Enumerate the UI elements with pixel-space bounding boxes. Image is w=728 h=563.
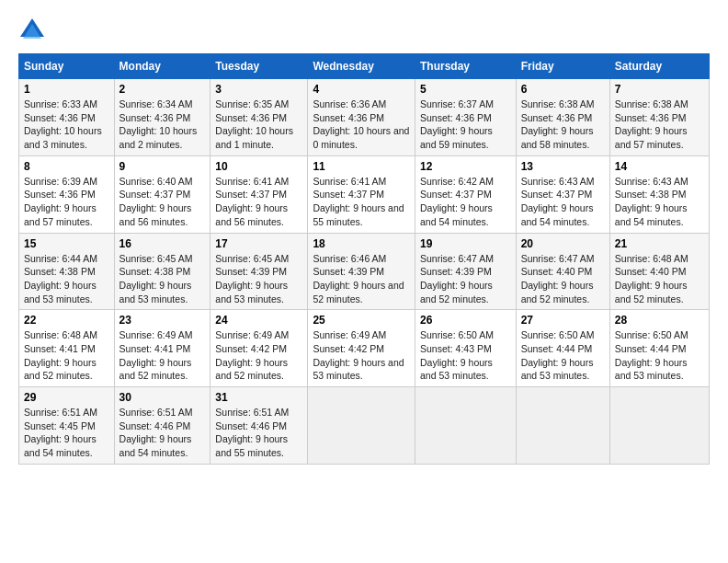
calendar-cell: 9 Sunrise: 6:40 AMSunset: 4:37 PMDayligh… — [114, 155, 210, 233]
day-info: Sunrise: 6:38 AMSunset: 4:36 PMDaylight:… — [615, 98, 688, 150]
day-number: 29 — [24, 391, 109, 404]
calendar-cell — [516, 387, 609, 465]
calendar-cell: 3 Sunrise: 6:35 AMSunset: 4:36 PMDayligh… — [210, 79, 308, 156]
day-info: Sunrise: 6:46 AMSunset: 4:39 PMDaylight:… — [313, 253, 404, 304]
day-number: 14 — [615, 160, 704, 173]
calendar-cell: 26 Sunrise: 6:50 AMSunset: 4:43 PMDaylig… — [415, 310, 517, 387]
day-info: Sunrise: 6:44 AMSunset: 4:38 PMDaylight:… — [24, 253, 97, 304]
calendar-cell: 29 Sunrise: 6:51 AMSunset: 4:45 PMDaylig… — [19, 387, 115, 465]
day-number: 9 — [119, 160, 206, 173]
calendar-cell: 5 Sunrise: 6:37 AMSunset: 4:36 PMDayligh… — [415, 79, 517, 156]
calendar-cell: 2 Sunrise: 6:34 AMSunset: 4:36 PMDayligh… — [114, 79, 210, 156]
calendar-cell — [308, 387, 415, 465]
day-info: Sunrise: 6:38 AMSunset: 4:36 PMDaylight:… — [521, 98, 595, 150]
calendar-cell: 11 Sunrise: 6:41 AMSunset: 4:37 PMDaylig… — [308, 155, 415, 233]
calendar-week-row: 15 Sunrise: 6:44 AMSunset: 4:38 PMDaylig… — [19, 233, 710, 310]
day-number: 6 — [521, 83, 605, 96]
day-number: 25 — [313, 314, 410, 327]
day-info: Sunrise: 6:51 AMSunset: 4:46 PMDaylight:… — [119, 407, 193, 458]
calendar-cell: 19 Sunrise: 6:47 AMSunset: 4:39 PMDaylig… — [415, 233, 517, 310]
day-number: 10 — [215, 160, 302, 173]
weekday-header: Saturday — [609, 54, 709, 79]
calendar-body: 1 Sunrise: 6:33 AMSunset: 4:36 PMDayligh… — [19, 79, 710, 465]
calendar-cell: 6 Sunrise: 6:38 AMSunset: 4:36 PMDayligh… — [516, 79, 609, 156]
day-number: 22 — [24, 314, 109, 327]
day-number: 11 — [313, 160, 410, 173]
calendar-cell: 7 Sunrise: 6:38 AMSunset: 4:36 PMDayligh… — [609, 79, 709, 156]
weekday-header: Friday — [516, 54, 609, 79]
day-info: Sunrise: 6:40 AMSunset: 4:37 PMDaylight:… — [119, 176, 193, 227]
day-number: 3 — [215, 83, 302, 96]
day-number: 24 — [215, 314, 302, 327]
calendar-cell: 18 Sunrise: 6:46 AMSunset: 4:39 PMDaylig… — [308, 233, 415, 310]
calendar-header-row: SundayMondayTuesdayWednesdayThursdayFrid… — [19, 54, 710, 79]
calendar-cell: 31 Sunrise: 6:51 AMSunset: 4:46 PMDaylig… — [210, 387, 308, 465]
day-number: 12 — [420, 160, 511, 173]
day-number: 2 — [119, 83, 206, 96]
day-info: Sunrise: 6:50 AMSunset: 4:44 PMDaylight:… — [615, 329, 688, 381]
logo — [18, 17, 50, 44]
day-info: Sunrise: 6:36 AMSunset: 4:36 PMDaylight:… — [313, 98, 409, 150]
day-info: Sunrise: 6:39 AMSunset: 4:36 PMDaylight:… — [24, 176, 97, 227]
calendar-table: SundayMondayTuesdayWednesdayThursdayFrid… — [18, 53, 710, 465]
calendar-cell — [609, 387, 709, 465]
day-number: 16 — [119, 237, 206, 250]
day-info: Sunrise: 6:51 AMSunset: 4:46 PMDaylight:… — [215, 407, 289, 458]
day-info: Sunrise: 6:35 AMSunset: 4:36 PMDaylight:… — [215, 98, 293, 150]
day-info: Sunrise: 6:48 AMSunset: 4:40 PMDaylight:… — [615, 253, 688, 304]
day-info: Sunrise: 6:50 AMSunset: 4:44 PMDaylight:… — [521, 329, 595, 381]
day-info: Sunrise: 6:50 AMSunset: 4:43 PMDaylight:… — [420, 329, 494, 381]
day-info: Sunrise: 6:34 AMSunset: 4:36 PMDaylight:… — [119, 98, 198, 150]
day-number: 26 — [420, 314, 511, 327]
header — [18, 17, 710, 44]
day-number: 19 — [420, 237, 511, 250]
calendar-cell: 20 Sunrise: 6:47 AMSunset: 4:40 PMDaylig… — [516, 233, 609, 310]
day-number: 21 — [615, 237, 704, 250]
calendar-cell: 17 Sunrise: 6:45 AMSunset: 4:39 PMDaylig… — [210, 233, 308, 310]
calendar-cell: 30 Sunrise: 6:51 AMSunset: 4:46 PMDaylig… — [114, 387, 210, 465]
day-number: 27 — [521, 314, 605, 327]
day-info: Sunrise: 6:42 AMSunset: 4:37 PMDaylight:… — [420, 176, 494, 227]
calendar-cell: 24 Sunrise: 6:49 AMSunset: 4:42 PMDaylig… — [210, 310, 308, 387]
day-number: 15 — [24, 237, 109, 250]
day-number: 20 — [521, 237, 605, 250]
day-number: 17 — [215, 237, 302, 250]
day-number: 1 — [24, 83, 109, 96]
calendar-cell: 23 Sunrise: 6:49 AMSunset: 4:41 PMDaylig… — [114, 310, 210, 387]
weekday-header: Monday — [114, 54, 210, 79]
day-info: Sunrise: 6:37 AMSunset: 4:36 PMDaylight:… — [420, 98, 494, 150]
day-info: Sunrise: 6:49 AMSunset: 4:42 PMDaylight:… — [313, 329, 404, 381]
calendar-cell: 15 Sunrise: 6:44 AMSunset: 4:38 PMDaylig… — [19, 233, 115, 310]
calendar-cell: 25 Sunrise: 6:49 AMSunset: 4:42 PMDaylig… — [308, 310, 415, 387]
calendar-week-row: 1 Sunrise: 6:33 AMSunset: 4:36 PMDayligh… — [19, 79, 710, 156]
calendar-cell — [415, 387, 517, 465]
day-number: 23 — [119, 314, 206, 327]
day-number: 8 — [24, 160, 109, 173]
calendar-cell: 22 Sunrise: 6:48 AMSunset: 4:41 PMDaylig… — [19, 310, 115, 387]
calendar-cell: 13 Sunrise: 6:43 AMSunset: 4:37 PMDaylig… — [516, 155, 609, 233]
day-info: Sunrise: 6:45 AMSunset: 4:38 PMDaylight:… — [119, 253, 193, 304]
day-info: Sunrise: 6:45 AMSunset: 4:39 PMDaylight:… — [215, 253, 289, 304]
calendar-cell: 10 Sunrise: 6:41 AMSunset: 4:37 PMDaylig… — [210, 155, 308, 233]
day-number: 5 — [420, 83, 511, 96]
weekday-header: Thursday — [415, 54, 517, 79]
day-number: 4 — [313, 83, 410, 96]
weekday-header: Tuesday — [210, 54, 308, 79]
calendar-week-row: 22 Sunrise: 6:48 AMSunset: 4:41 PMDaylig… — [19, 310, 710, 387]
calendar-cell: 27 Sunrise: 6:50 AMSunset: 4:44 PMDaylig… — [516, 310, 609, 387]
day-info: Sunrise: 6:47 AMSunset: 4:40 PMDaylight:… — [521, 253, 595, 304]
day-number: 28 — [615, 314, 704, 327]
day-info: Sunrise: 6:43 AMSunset: 4:38 PMDaylight:… — [615, 176, 688, 227]
day-info: Sunrise: 6:47 AMSunset: 4:39 PMDaylight:… — [420, 253, 494, 304]
calendar-cell: 12 Sunrise: 6:42 AMSunset: 4:37 PMDaylig… — [415, 155, 517, 233]
day-info: Sunrise: 6:41 AMSunset: 4:37 PMDaylight:… — [215, 176, 289, 227]
calendar-cell: 21 Sunrise: 6:48 AMSunset: 4:40 PMDaylig… — [609, 233, 709, 310]
day-info: Sunrise: 6:33 AMSunset: 4:36 PMDaylight:… — [24, 98, 102, 150]
day-info: Sunrise: 6:43 AMSunset: 4:37 PMDaylight:… — [521, 176, 595, 227]
day-number: 7 — [615, 83, 704, 96]
day-number: 31 — [215, 391, 302, 404]
calendar-week-row: 8 Sunrise: 6:39 AMSunset: 4:36 PMDayligh… — [19, 155, 710, 233]
calendar-cell: 14 Sunrise: 6:43 AMSunset: 4:38 PMDaylig… — [609, 155, 709, 233]
page-container: SundayMondayTuesdayWednesdayThursdayFrid… — [0, 0, 728, 474]
day-number: 30 — [119, 391, 206, 404]
